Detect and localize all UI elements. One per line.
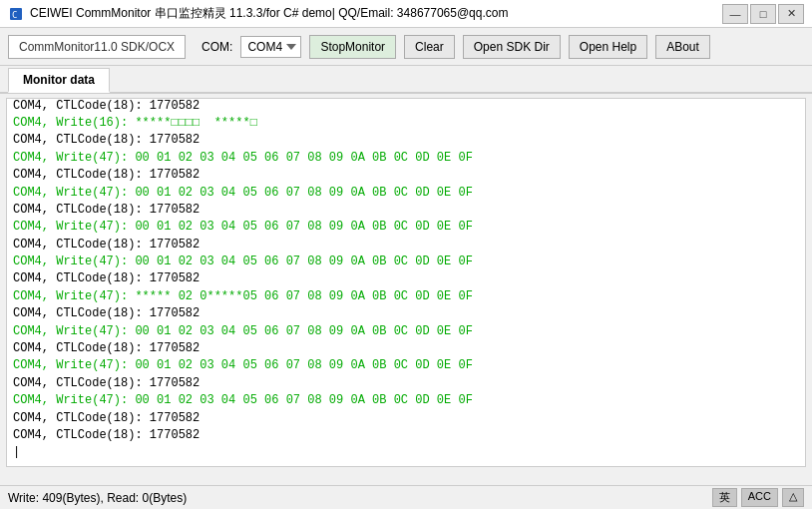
log-line: COM4, CTLCode(18): 1770582 [13, 167, 799, 184]
title-bar: C CEIWEI CommMonitor 串口监控精灵 11.3.3/for C… [0, 0, 812, 28]
tab-monitor-data[interactable]: Monitor data [8, 68, 110, 93]
svg-text:C: C [12, 10, 17, 20]
com-label: COM: [202, 40, 232, 54]
log-line: COM4, CTLCode(18): 1770582 [13, 270, 799, 287]
status-text: Write: 409(Bytes), Read: 0(Bytes) [8, 491, 187, 505]
about-button[interactable]: ABout [655, 35, 710, 59]
log-line: COM4, Write(47): 00 01 02 03 04 05 06 07… [13, 323, 799, 340]
log-line: COM4, Write(47): 00 01 02 03 04 05 06 07… [13, 150, 799, 167]
log-line: COM4, CTLCode(18): 1770582 [13, 305, 799, 322]
log-line: COM4, Write(16): *****□□□□ *****□ [13, 115, 799, 132]
log-line: COM4, Write(47): 00 01 02 03 04 05 06 07… [13, 392, 799, 409]
com-select[interactable]: COM4 COM1 COM2 COM3 [240, 36, 301, 58]
log-line: COM4, CTLCode(18): 1770582 [13, 375, 799, 392]
restore-button[interactable]: □ [750, 4, 776, 24]
window-title: CEIWEI CommMonitor 串口监控精灵 11.3.3/for C# … [30, 5, 722, 22]
log-line: COM4, CTLCode(18): 1770582 [13, 132, 799, 149]
clear-button[interactable]: Clear [404, 35, 455, 59]
cursor-line: | [13, 444, 799, 461]
status-seg-1: 英 [712, 488, 737, 507]
log-line: COM4, CTLCode(18): 1770582 [13, 202, 799, 219]
status-bar: Write: 409(Bytes), Read: 0(Bytes) 英 ACC … [0, 485, 812, 509]
app-icon: C [8, 6, 24, 22]
sdk-label: CommMonitor11.0 SDK/OCX [8, 35, 186, 59]
window-controls: — □ ✕ [722, 4, 804, 24]
status-seg-3: △ [782, 488, 804, 507]
log-line: COM4, Write(47): 00 01 02 03 04 05 06 07… [13, 357, 799, 374]
monitor-area[interactable]: COM4, Write(16):COM4, Write(16):COM4, CT… [6, 98, 806, 467]
open-help-button[interactable]: Open Help [569, 35, 647, 59]
tab-bar: Monitor data [0, 66, 812, 94]
log-line: COM4, Write(47): 00 01 02 03 04 05 06 07… [13, 254, 799, 270]
log-line: COM4, Write(47): 00 01 02 03 04 05 06 07… [13, 219, 799, 236]
toolbar: CommMonitor11.0 SDK/OCX COM: COM4 COM1 C… [0, 28, 812, 66]
log-line: COM4, CTLCode(18): 1770582 [13, 98, 799, 115]
stop-monitor-button[interactable]: StopMonitor [309, 35, 396, 59]
log-line: COM4, CTLCode(18): 1770582 [13, 427, 799, 444]
log-line: COM4, Write(47): 00 01 02 03 04 05 06 07… [13, 185, 799, 202]
open-sdk-dir-button[interactable]: Open SDK Dir [463, 35, 561, 59]
status-seg-2: ACC [741, 488, 778, 507]
status-segments: 英 ACC △ [712, 488, 804, 507]
log-line: COM4, CTLCode(18): 1770582 [13, 340, 799, 357]
log-line: COM4, CTLCode(18): 1770582 [13, 237, 799, 254]
log-line: COM4, CTLCode(18): 1770582 [13, 410, 799, 427]
minimize-button[interactable]: — [722, 4, 748, 24]
close-button[interactable]: ✕ [778, 4, 804, 24]
log-line: COM4, Write(47): ***** 02 0*****05 06 07… [13, 288, 799, 305]
